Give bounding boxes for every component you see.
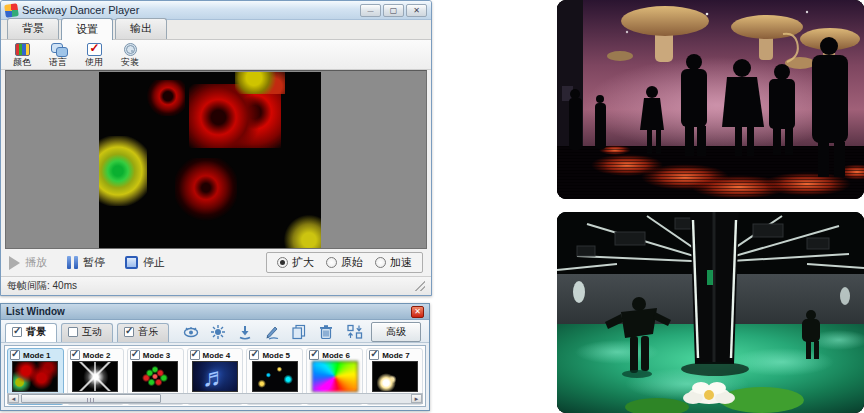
color-palette-icon xyxy=(15,43,30,56)
radio-icon xyxy=(277,257,288,268)
pause-icon xyxy=(67,256,78,269)
playback-bar: 播放 暂停 停止 扩大 原始 加 xyxy=(1,249,431,276)
tab-settings[interactable]: 设置 xyxy=(61,18,113,40)
checkbox-icon[interactable] xyxy=(68,327,78,337)
advanced-button[interactable]: 高级 xyxy=(371,322,421,342)
radio-enlarge[interactable]: 扩大 xyxy=(277,255,314,270)
radio-original[interactable]: 原始 xyxy=(326,255,363,270)
mode-checkbox[interactable] xyxy=(70,350,80,360)
mode-checkbox[interactable] xyxy=(190,350,200,360)
mode-label: Mode 4 xyxy=(203,351,231,360)
tab-music-list[interactable]: 音乐 xyxy=(117,323,169,342)
mode-thumbnail[interactable] xyxy=(72,361,118,392)
pause-button[interactable]: 暂停 xyxy=(67,255,105,270)
mode-thumbnail[interactable] xyxy=(132,361,178,392)
player-tabstrip: 背景 设置 输出 xyxy=(1,20,431,40)
list-toolbar: 背景 互动 音乐 xyxy=(1,320,429,343)
desktop-canvas: Seekway Dancer Player 背景 设置 输出 颜色 语言 xyxy=(0,0,864,413)
scrollbar-thumb[interactable] xyxy=(21,394,161,403)
list-window-title: List Window xyxy=(6,306,411,317)
mode-label: Mode 1 xyxy=(23,351,51,360)
scroll-right-icon[interactable] xyxy=(411,394,422,403)
play-icon xyxy=(9,256,20,270)
radio-icon xyxy=(326,257,337,268)
tab-output[interactable]: 输出 xyxy=(115,18,167,39)
minimize-icon[interactable] xyxy=(360,4,381,17)
close-icon[interactable] xyxy=(406,4,427,17)
mode-thumbnail[interactable] xyxy=(252,361,298,392)
mode-label: Mode 7 xyxy=(382,351,410,360)
red-led-floor-glows xyxy=(557,145,864,199)
mode-list: Mode 1 j102.cel Mode 2 j127.cel Mode 3 j… xyxy=(4,345,426,407)
gear-icon xyxy=(124,43,137,56)
stop-button[interactable]: 停止 xyxy=(125,255,165,270)
delete-trash-icon[interactable] xyxy=(318,324,334,340)
photo-green-led-pond-floor-pillar-room xyxy=(557,212,864,413)
mode-checkbox[interactable] xyxy=(369,350,379,360)
radio-accelerate[interactable]: 加速 xyxy=(375,255,412,270)
close-icon[interactable] xyxy=(411,306,424,318)
preview-area xyxy=(5,70,427,249)
wall-light-left xyxy=(573,281,585,303)
list-titlebar[interactable]: List Window xyxy=(1,304,429,320)
tab-background-list[interactable]: 背景 xyxy=(5,323,57,342)
status-bar: 每帧间隔: 40ms xyxy=(1,276,431,295)
mode-thumbnail[interactable] xyxy=(192,361,238,392)
checkbox-icon[interactable] xyxy=(12,327,22,337)
copy-icon[interactable] xyxy=(291,324,307,340)
resize-grip-icon[interactable] xyxy=(415,281,425,291)
tab-interactive-list[interactable]: 互动 xyxy=(61,323,113,342)
mode-label: Mode 5 xyxy=(262,351,290,360)
mode-thumbnail[interactable] xyxy=(372,361,418,392)
import-arrow-icon[interactable] xyxy=(237,324,253,340)
arrange-sort-icon[interactable] xyxy=(347,324,363,340)
horizontal-scrollbar[interactable] xyxy=(7,393,423,404)
player-toolbar: 颜色 语言 使用 安装 xyxy=(1,40,431,70)
scroll-left-icon[interactable] xyxy=(8,394,19,403)
preview-eye-icon[interactable] xyxy=(183,324,199,340)
mode-checkbox[interactable] xyxy=(10,350,20,360)
app-logo-icon xyxy=(4,3,19,18)
list-window: List Window 背景 互动 音乐 xyxy=(0,303,430,411)
language-bubbles-icon xyxy=(51,43,66,56)
mode-checkbox[interactable] xyxy=(309,350,319,360)
use-button[interactable]: 使用 xyxy=(81,43,107,67)
window-title: Seekway Dancer Player xyxy=(22,4,360,16)
color-button[interactable]: 颜色 xyxy=(9,43,35,67)
brightness-sun-icon[interactable] xyxy=(210,324,226,340)
checkbox-icon[interactable] xyxy=(124,327,134,337)
install-button[interactable]: 安装 xyxy=(117,43,143,67)
mode-label: Mode 2 xyxy=(83,351,111,360)
green-yellow-swirl xyxy=(99,136,147,206)
mode-label: Mode 3 xyxy=(143,351,171,360)
red-swirl-center xyxy=(175,158,237,224)
red-swirl-small xyxy=(147,80,185,116)
edit-pen-icon[interactable] xyxy=(264,324,280,340)
tab-background[interactable]: 背景 xyxy=(7,18,59,39)
yellow-blob-corner xyxy=(281,212,321,249)
mode-thumbnail[interactable] xyxy=(312,361,358,392)
photo-red-led-floor-mushroom-projection xyxy=(557,0,864,199)
checked-box-icon xyxy=(87,43,102,56)
frame-interval-status: 每帧间隔: 40ms xyxy=(7,279,77,293)
stop-icon xyxy=(125,256,138,269)
mode-label: Mode 6 xyxy=(322,351,350,360)
yellow-red-patch-top xyxy=(235,72,285,94)
language-button[interactable]: 语言 xyxy=(45,43,71,67)
radio-icon xyxy=(375,257,386,268)
mode-checkbox[interactable] xyxy=(130,350,140,360)
wall-light-right xyxy=(840,287,850,305)
maximize-icon[interactable] xyxy=(383,4,404,17)
mode-thumbnail[interactable] xyxy=(12,361,58,392)
player-window: Seekway Dancer Player 背景 设置 输出 颜色 语言 xyxy=(0,0,432,296)
led-preview-screen xyxy=(99,72,321,249)
play-button[interactable]: 播放 xyxy=(9,255,47,270)
view-option-group: 扩大 原始 加速 xyxy=(266,252,423,273)
mode-checkbox[interactable] xyxy=(249,350,259,360)
